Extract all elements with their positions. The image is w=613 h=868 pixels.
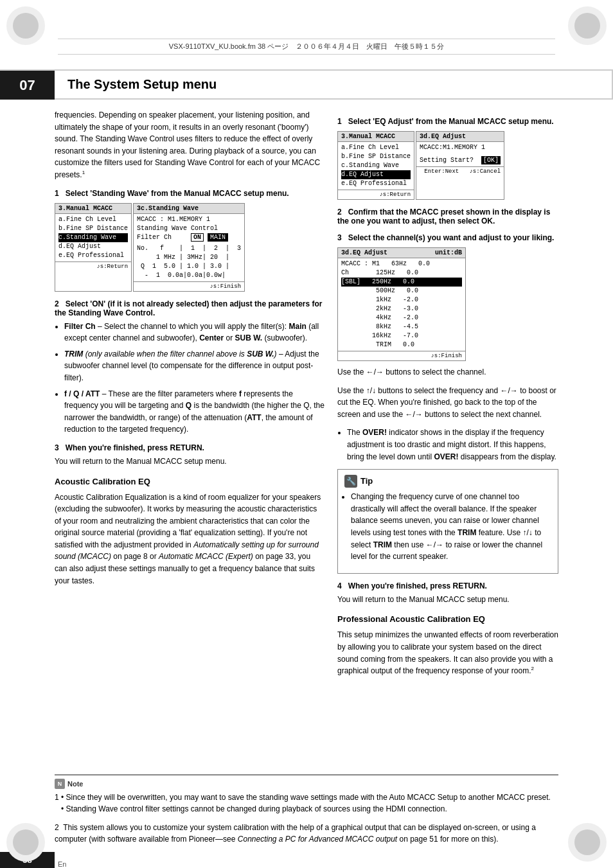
meta-line: VSX-9110TXV_KU.book.fm 38 ページ ２００６年４月４日 …: [58, 39, 555, 55]
screen1-table-row3: - 1 0.0a|0.0a|0.0w|: [137, 271, 241, 280]
left-step2-heading: 2 Select 'ON' (if it is not already sele…: [55, 299, 324, 317]
screen1-table-header: No. f | 1 | 2 | 3: [137, 244, 241, 253]
screen3-4khz: 4kHz -2.0: [341, 314, 462, 323]
right-step3-heading: 3 Select the channel(s) you want and adj…: [337, 233, 558, 242]
screen1-table-row1: 1 MHz | 3MHz| 20 |: [137, 253, 241, 262]
prof-eq-text: This setup minimizes the unwanted effect…: [337, 629, 558, 677]
header-bar: VSX-9110TXV_KU.book.fm 38 ページ ２００６年４月４日 …: [0, 0, 613, 71]
note-item-1: 1 • Since they will be overwritten, you …: [55, 792, 558, 815]
screen3-2khz: 2kHz -3.0: [341, 305, 462, 314]
screen3-panel: 3d.EQ Adjustunit:dB MCACC : M1 63Hz 0.0 …: [337, 247, 466, 361]
chapter-title-box: The System Setup menu: [55, 71, 613, 100]
over-bullet-list: The OVER! indicator shows in the display…: [347, 427, 558, 463]
intro-paragraph: frequencies. Depending on speaker placem…: [55, 109, 324, 181]
screen1-left-footer: ♪s:Return: [55, 261, 131, 271]
screen2-row2: b.Fine SP Distance: [341, 152, 411, 161]
channel-select-text: Use the ←/→ buttons to select the channe…: [337, 366, 558, 378]
screen1-row3-selected: c.Standing Wave: [58, 233, 128, 242]
screen2-right-footer: Enter:Next ♪s:Cancel: [416, 166, 504, 176]
acoustic-eq-text: Acoustic Calibration Equalization is a k…: [55, 492, 324, 587]
left-step3-heading: 3 When you're finished, press RETURN.: [55, 443, 324, 452]
screen2-wrapper: 3.Manual MCACC a.Fine Ch Level b.Fine SP…: [337, 131, 558, 200]
screen1-row4: d.EQ Adjust: [58, 242, 128, 251]
screen2-left-body: a.Fine Ch Level b.Fine SP Distance c.Sta…: [338, 142, 414, 190]
screen1-row2: b.Fine SP Distance: [58, 224, 128, 233]
screen1-left-title: 3.Manual MCACC: [55, 204, 131, 214]
footnote-2: 2: [531, 666, 534, 671]
bullet-filter-ch: Filter Ch – Select the channel to which …: [64, 321, 324, 344]
screen3-sbl-row: [SBL] 250Hz 0.0: [341, 278, 462, 287]
screen3-8khz: 8kHz -4.5: [341, 323, 462, 332]
screen3-500hz: 500Hz 0.0: [341, 287, 462, 296]
tip-box: 🔧 Tip Changing the frequency curve of on…: [337, 469, 558, 574]
bullet-trim-label: TRIM: [64, 350, 83, 359]
screen3-title: 3d.EQ Adjustunit:dB: [338, 248, 465, 258]
screen2-left-title: 3.Manual MCACC: [338, 132, 414, 142]
screen3-footer: ♪s:Finish: [338, 351, 465, 360]
screen2-right-body: MCACC:M1.MEMORY 1 Setting Start? [OK]: [416, 142, 504, 166]
tip-bullets: Changing the frequency curve of one chan…: [351, 491, 551, 563]
tip-icon: 🔧: [344, 475, 357, 488]
screen1-table-row2: Q 1 5.0 | 1.0 | 3.0 |: [137, 262, 241, 271]
note-box: N Note 1 • Since they will be overwritte…: [55, 774, 558, 852]
screen2-right-title: 3d.EQ Adjust: [416, 132, 504, 142]
screen3-wrapper: 3d.EQ Adjustunit:dB MCACC : M1 63Hz 0.0 …: [337, 247, 558, 361]
screen1-swc: Standing Wave Control: [137, 224, 241, 233]
right-column: 1 Select 'EQ Adjust' from the Manual MCA…: [337, 100, 558, 829]
bullet-filter-ch-label: Filter Ch: [64, 322, 96, 331]
screen2-row4-selected: d.EQ Adjust: [341, 170, 411, 179]
screen1-right-body: MCACC : M1.MEMORY 1 Standing Wave Contro…: [134, 214, 244, 281]
left-step3-text: You will return to the Manual MCACC setu…: [55, 456, 324, 468]
main-content: frequencies. Depending on speaker placem…: [55, 100, 558, 829]
page-lang: En: [55, 857, 66, 868]
corner-decoration-bl: [6, 823, 45, 862]
step2-bullet-list: Filter Ch – Select the channel to which …: [64, 321, 324, 436]
screen2-left-footer: ♪s:Return: [338, 190, 414, 199]
corner-decoration-tr: [568, 6, 607, 45]
bullet-fqa: f / Q / ATT – These are the filter param…: [64, 388, 324, 436]
screen2-row1: a.Fine Ch Level: [341, 143, 411, 152]
right-step4-heading: 4 When you're finished, press RETURN.: [337, 581, 558, 590]
tip-item1: Changing the frequency curve of one chan…: [351, 491, 551, 563]
screen3-ch-row: Ch 125Hz 0.0: [341, 269, 462, 278]
screen1-right-title: 3c.Standing Wave: [134, 204, 244, 214]
eq-adjust-text: Use the ↑/↓ buttons to select the freque…: [337, 385, 558, 421]
footnote-1: 1: [82, 170, 85, 175]
chapter-number: 07: [0, 71, 55, 100]
screen2-row5: e.EQ Professional: [341, 179, 411, 188]
screen2-right-panel: 3d.EQ Adjust MCACC:M1.MEMORY 1 Setting S…: [416, 131, 504, 200]
bullet-trim: TRIM (only available when the filter cha…: [64, 348, 324, 384]
right-step4-text: You will return to the Manual MCACC setu…: [337, 594, 558, 606]
screen2-mcacc: MCACC:M1.MEMORY 1: [420, 143, 501, 152]
screen1-filter: Filter Ch ON MAIN: [137, 233, 241, 242]
screen2-left-panel: 3.Manual MCACC a.Fine Ch Level b.Fine SP…: [337, 131, 414, 200]
corner-decoration-br: [568, 823, 607, 862]
screen1-left-body: a.Fine Ch Level b.Fine SP Distance c.Sta…: [55, 214, 131, 261]
left-column: frequencies. Depending on speaker placem…: [55, 100, 324, 829]
note-item-2: 2 This system allows you to customize yo…: [55, 822, 558, 846]
screen1-right-footer: ♪s:Finish: [134, 281, 244, 291]
screen1-row5: e.EQ Professional: [58, 251, 128, 260]
screen1-wrapper: 3.Manual MCACC a.Fine Ch Level b.Fine SP…: [55, 203, 324, 292]
bullet-fqa-label: f / Q / ATT: [64, 389, 100, 398]
right-step1-heading: 1 Select 'EQ Adjust' from the Manual MCA…: [337, 117, 558, 126]
filename-text: VSX-9110TXV_KU.book.fm 38 ページ ２００６年４月４日 …: [169, 42, 444, 51]
screen3-16khz: 16kHz -7.0: [341, 332, 462, 341]
tip-title: 🔧 Tip: [344, 475, 551, 488]
screen1-row1: a.Fine Ch Level: [58, 215, 128, 224]
corner-decoration-tl: [6, 6, 45, 45]
acoustic-eq-heading: Acoustic Calibration EQ: [55, 477, 324, 486]
screen3-1khz: 1kHz -2.0: [341, 296, 462, 305]
right-step2-heading: 2 Confirm that the MCACC preset shown in…: [337, 208, 558, 226]
screen2-setting: Setting Start? [OK]: [420, 156, 501, 165]
left-step1-heading: 1 Select 'Standing Wave' from the Manual…: [55, 189, 324, 198]
screen3-trim: TRIM 0.0: [341, 341, 462, 350]
note-icon: N: [55, 779, 65, 789]
screen1-mcacc: MCACC : M1.MEMORY 1: [137, 215, 241, 224]
over-bullet: The OVER! indicator shows in the display…: [347, 427, 558, 463]
screen1-left-panel: 3.Manual MCACC a.Fine Ch Level b.Fine SP…: [55, 203, 132, 292]
screen2-row3: c.Standing Wave: [341, 161, 411, 170]
screen3-mcacc-row: MCACC : M1 63Hz 0.0: [341, 260, 462, 269]
note-title: N Note: [55, 779, 558, 790]
screen3-body: MCACC : M1 63Hz 0.0 Ch 125Hz 0.0 [SBL] 2…: [338, 258, 465, 351]
